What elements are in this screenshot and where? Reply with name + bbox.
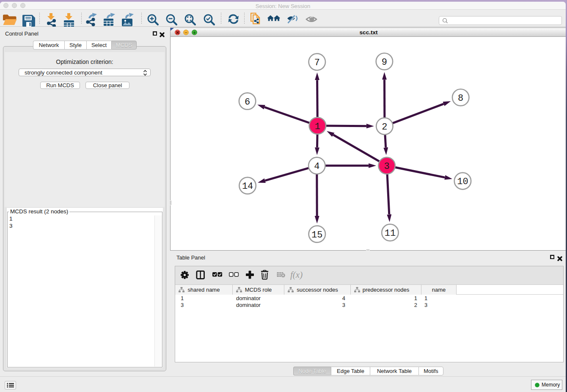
- svg-text:f(x): f(x): [290, 270, 303, 280]
- svg-text:14: 14: [242, 181, 253, 192]
- svg-text:6: 6: [245, 97, 250, 108]
- svg-text:8: 8: [458, 93, 463, 104]
- svg-text:9: 9: [382, 57, 387, 68]
- svg-text:7: 7: [314, 58, 320, 68]
- svg-text:15: 15: [311, 230, 322, 240]
- svg-text:11: 11: [385, 228, 396, 239]
- svg-text:4: 4: [314, 161, 319, 172]
- svg-text:10: 10: [457, 177, 468, 187]
- svg-text:2: 2: [382, 122, 387, 133]
- svg-text:1: 1: [315, 121, 320, 132]
- svg-text:3: 3: [384, 161, 389, 172]
